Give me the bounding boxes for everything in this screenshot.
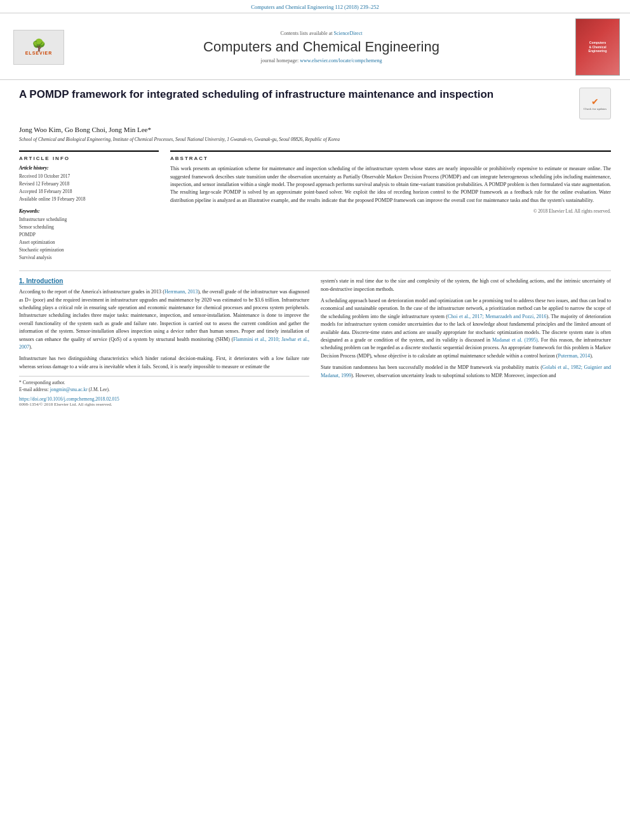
- article-info-column: ARTICLE INFO Article history: Received 1…: [19, 150, 159, 262]
- abstract-copyright: © 2018 Elsevier Ltd. All rights reserved…: [170, 208, 611, 214]
- paper-title-section: A POMDP framework for integrated schedul…: [19, 88, 611, 119]
- footnote-email-link[interactable]: jongmin@snu.ac.kr: [50, 387, 88, 392]
- keyword-5: Stochastic optimization: [19, 246, 159, 254]
- check-updates-label: Check for updates: [584, 107, 607, 110]
- homepage-link[interactable]: www.elsevier.com/locate/compchemeng: [300, 58, 382, 63]
- intro-section-number: 1.: [19, 277, 24, 284]
- journal-ref-text: Computers and Chemical Engineering 112 (…: [251, 4, 379, 10]
- paper-title: A POMDP framework for integrated schedul…: [19, 88, 573, 102]
- intro-col-right: system's state in real time due to the s…: [321, 277, 611, 406]
- abstract-heading: ABSTRACT: [170, 156, 611, 161]
- ref-herrmann: Herrmann, 2013: [164, 289, 198, 295]
- intro-section-title: Introduction: [26, 277, 63, 284]
- intro-col-left: 1. Introduction According to the report …: [19, 277, 309, 406]
- footnote-email-label: E-mail address:: [19, 387, 49, 392]
- keywords-list: Infrastructure scheduling Sensor schedul…: [19, 216, 159, 262]
- homepage-label: journal homepage:: [261, 58, 299, 63]
- ref-flammini: Flammini et al., 2010; Jawhar et al., 20…: [19, 337, 309, 350]
- journal-header: 🌳 ELSEVIER Contents lists available at S…: [0, 13, 630, 80]
- abstract-column: ABSTRACT This work presents an optimizat…: [170, 150, 611, 262]
- abstract-box: ABSTRACT This work presents an optimizat…: [170, 150, 611, 214]
- affiliation-text: School of Chemical and Biological Engine…: [19, 137, 340, 142]
- check-updates-badge: ✔ Check for updates: [579, 88, 611, 119]
- main-content: A POMDP framework for integrated schedul…: [0, 80, 630, 415]
- contents-label: Contents lists available at: [281, 30, 333, 36]
- ref-madanat: Madanat et al. (1995): [492, 337, 538, 343]
- keywords-label: Keywords:: [19, 208, 159, 214]
- paper-affiliation: School of Chemical and Biological Engine…: [19, 136, 611, 143]
- ref-puterman: Puterman, 2014: [558, 353, 590, 359]
- sciencedirect-link[interactable]: ScienceDirect: [334, 30, 363, 36]
- elsevier-brand-text: ELSEVIER: [25, 51, 53, 55]
- intro-col2-paragraph-3: State transition randomness has been suc…: [321, 364, 611, 380]
- authors-text: Jong Woo Kim, Go Bong Choi, Jong Min Lee…: [19, 126, 151, 133]
- journal-reference-line: Computers and Chemical Engineering 112 (…: [0, 0, 630, 13]
- intro-heading: 1. Introduction: [19, 277, 309, 284]
- article-history-label: Article history:: [19, 165, 159, 171]
- journal-thumb-text: Computers& ChemicalEngineering: [589, 41, 607, 53]
- contents-available-line: Contents lists available at ScienceDirec…: [67, 30, 575, 36]
- paper-authors: Jong Woo Kim, Go Bong Choi, Jong Min Lee…: [19, 126, 611, 133]
- keyword-4: Asset optimization: [19, 239, 159, 246]
- keyword-6: Survival analysis: [19, 254, 159, 262]
- intro-col2-paragraph-1: system's state in real time due to the s…: [321, 277, 611, 293]
- article-info-heading: ARTICLE INFO: [19, 156, 159, 161]
- doi-line: https://doi.org/10.1016/j.compchemeng.20…: [19, 396, 309, 402]
- revised-date: Revised 12 February 2018: [19, 180, 159, 188]
- footnote-corresponding: * Corresponding author.: [19, 379, 309, 386]
- journal-thumbnail: Computers& ChemicalEngineering: [575, 18, 620, 76]
- footnote-email-line: E-mail address: jongmin@snu.ac.kr (J.M. …: [19, 386, 309, 393]
- homepage-line: journal homepage: www.elsevier.com/locat…: [67, 58, 575, 63]
- intro-col2-paragraph-2: A scheduling approach based on deteriora…: [321, 297, 611, 360]
- journal-header-center: Contents lists available at ScienceDirec…: [67, 30, 575, 63]
- check-updates-icon: ✔: [591, 97, 599, 107]
- section-divider: [19, 270, 611, 271]
- accepted-date: Accepted 18 February 2018: [19, 188, 159, 196]
- elsevier-tree-icon: 🌳: [32, 39, 46, 51]
- introduction-section: 1. Introduction According to the report …: [19, 277, 611, 406]
- journal-title: Computers and Chemical Engineering: [67, 39, 575, 55]
- doi-link[interactable]: https://doi.org/10.1016/j.compchemeng.20…: [19, 396, 119, 402]
- footnote-corresponding-text: * Corresponding author.: [19, 380, 65, 385]
- footnote-email-suffix: (J.M. Lee).: [89, 387, 110, 392]
- intro-paragraph-2: Infrastructure has two distinguishing ch…: [19, 355, 309, 371]
- available-date: Available online 19 February 2018: [19, 196, 159, 203]
- article-history-items: Received 10 October 2017 Revised 12 Febr…: [19, 173, 159, 203]
- abstract-text: This work presents an optimization schem…: [170, 165, 611, 204]
- elsevier-logo-image: 🌳 ELSEVIER: [13, 30, 64, 65]
- keyword-3: POMDP: [19, 231, 159, 239]
- ref-choi: Choi et al., 2017; Memarzadeh and Pozzi,…: [448, 314, 547, 319]
- footnote-area: * Corresponding author. E-mail address: …: [19, 376, 309, 394]
- leads-word: leads: [426, 373, 436, 378]
- keyword-2: Sensor scheduling: [19, 223, 159, 231]
- elsevier-logo: 🌳 ELSEVIER: [10, 30, 67, 65]
- issn-line: 0098-1354/© 2018 Elsevier Ltd. All right…: [19, 402, 309, 407]
- keyword-1: Infrastructure scheduling: [19, 216, 159, 223]
- received-date: Received 10 October 2017: [19, 173, 159, 180]
- article-info-box: ARTICLE INFO Article history: Received 1…: [19, 150, 159, 262]
- ref-golabi: Golabi et al., 1982; Guignier and Madana…: [321, 364, 611, 378]
- intro-paragraph-1: According to the report of the America's…: [19, 288, 309, 351]
- article-info-abstract-row: ARTICLE INFO Article history: Received 1…: [19, 150, 611, 262]
